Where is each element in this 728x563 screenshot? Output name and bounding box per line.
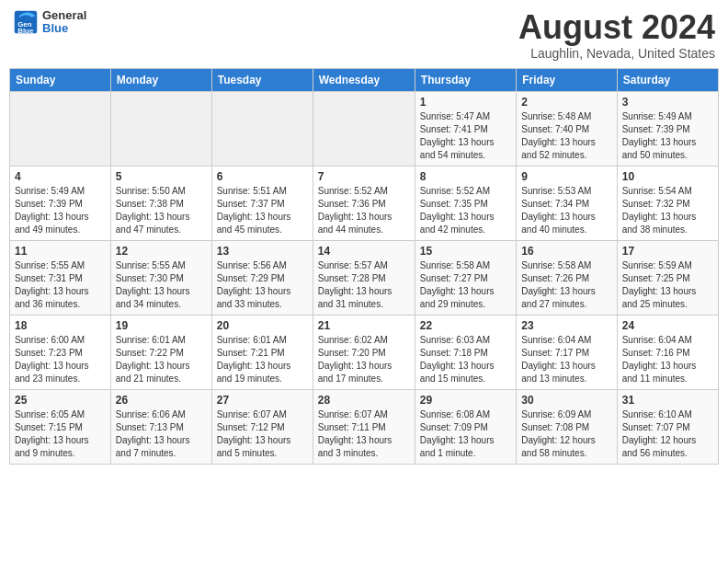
- calendar-cell: 10Sunrise: 5:54 AMSunset: 7:32 PMDayligh…: [617, 166, 718, 240]
- day-info: Sunrise: 5:53 AMSunset: 7:34 PMDaylight:…: [521, 185, 611, 236]
- location: Laughlin, Nevada, United States: [518, 46, 715, 61]
- day-number: 22: [420, 319, 511, 332]
- logo-text: General Blue: [42, 9, 86, 36]
- page-header: Gen Blue General Blue August 2024 Laughl…: [9, 9, 719, 61]
- day-number: 10: [622, 170, 713, 183]
- calendar-cell: 3Sunrise: 5:49 AMSunset: 7:39 PMDaylight…: [617, 91, 718, 166]
- day-number: 23: [521, 319, 611, 332]
- calendar-cell: 17Sunrise: 5:59 AMSunset: 7:25 PMDayligh…: [617, 240, 718, 315]
- day-number: 4: [15, 170, 106, 183]
- calendar-cell: 4Sunrise: 5:49 AMSunset: 7:39 PMDaylight…: [10, 166, 111, 240]
- header-cell-thursday: Thursday: [415, 68, 516, 91]
- day-info: Sunrise: 5:52 AMSunset: 7:36 PMDaylight:…: [318, 185, 410, 236]
- calendar-cell: 16Sunrise: 5:58 AMSunset: 7:26 PMDayligh…: [517, 240, 617, 315]
- calendar-cell: 1Sunrise: 5:47 AMSunset: 7:41 PMDaylight…: [415, 91, 516, 166]
- calendar-cell: 31Sunrise: 6:10 AMSunset: 7:07 PMDayligh…: [617, 389, 718, 464]
- day-number: 1: [420, 96, 511, 109]
- day-number: 25: [15, 394, 106, 407]
- header-row: SundayMondayTuesdayWednesdayThursdayFrid…: [10, 68, 719, 91]
- calendar-cell: 26Sunrise: 6:06 AMSunset: 7:13 PMDayligh…: [110, 389, 211, 464]
- day-info: Sunrise: 6:02 AMSunset: 7:20 PMDaylight:…: [318, 334, 410, 385]
- day-number: 3: [622, 96, 713, 109]
- day-info: Sunrise: 5:55 AMSunset: 7:30 PMDaylight:…: [116, 259, 207, 311]
- calendar-cell: 24Sunrise: 6:04 AMSunset: 7:16 PMDayligh…: [617, 315, 718, 389]
- day-number: 7: [318, 170, 410, 183]
- calendar-table: SundayMondayTuesdayWednesdayThursdayFrid…: [9, 68, 719, 465]
- day-info: Sunrise: 5:49 AMSunset: 7:39 PMDaylight:…: [15, 185, 106, 236]
- day-info: Sunrise: 5:51 AMSunset: 7:37 PMDaylight:…: [217, 185, 308, 236]
- calendar-cell: 12Sunrise: 5:55 AMSunset: 7:30 PMDayligh…: [110, 240, 211, 315]
- calendar-cell: 11Sunrise: 5:55 AMSunset: 7:31 PMDayligh…: [10, 240, 111, 315]
- day-info: Sunrise: 6:04 AMSunset: 7:16 PMDaylight:…: [622, 334, 713, 385]
- calendar-header: SundayMondayTuesdayWednesdayThursdayFrid…: [10, 68, 719, 91]
- calendar-week-3: 18Sunrise: 6:00 AMSunset: 7:23 PMDayligh…: [10, 315, 719, 389]
- day-number: 26: [116, 394, 207, 407]
- day-number: 13: [217, 245, 308, 258]
- day-info: Sunrise: 5:49 AMSunset: 7:39 PMDaylight:…: [622, 110, 713, 162]
- day-info: Sunrise: 6:08 AMSunset: 7:09 PMDaylight:…: [420, 408, 511, 460]
- day-number: 24: [622, 319, 713, 332]
- day-number: 30: [521, 394, 611, 407]
- header-cell-tuesday: Tuesday: [211, 68, 313, 91]
- day-info: Sunrise: 5:52 AMSunset: 7:35 PMDaylight:…: [420, 185, 511, 236]
- day-number: 12: [116, 245, 207, 258]
- day-info: Sunrise: 5:47 AMSunset: 7:41 PMDaylight:…: [420, 110, 511, 162]
- calendar-cell: 25Sunrise: 6:05 AMSunset: 7:15 PMDayligh…: [10, 389, 111, 464]
- day-number: 31: [622, 394, 713, 407]
- month-title: August 2024: [518, 9, 715, 46]
- day-info: Sunrise: 5:58 AMSunset: 7:27 PMDaylight:…: [420, 259, 511, 311]
- day-number: 5: [116, 170, 207, 183]
- header-cell-monday: Monday: [110, 68, 211, 91]
- day-number: 6: [217, 170, 308, 183]
- day-info: Sunrise: 5:54 AMSunset: 7:32 PMDaylight:…: [622, 185, 713, 236]
- calendar-cell: 14Sunrise: 5:57 AMSunset: 7:28 PMDayligh…: [313, 240, 415, 315]
- day-info: Sunrise: 6:01 AMSunset: 7:21 PMDaylight:…: [217, 334, 308, 385]
- calendar-cell: 21Sunrise: 6:02 AMSunset: 7:20 PMDayligh…: [313, 315, 415, 389]
- day-info: Sunrise: 6:09 AMSunset: 7:08 PMDaylight:…: [521, 408, 611, 460]
- header-cell-sunday: Sunday: [10, 68, 111, 91]
- logo-icon: Gen Blue: [13, 9, 39, 35]
- day-info: Sunrise: 5:50 AMSunset: 7:38 PMDaylight:…: [116, 185, 207, 236]
- day-info: Sunrise: 6:05 AMSunset: 7:15 PMDaylight:…: [15, 408, 106, 460]
- calendar-cell: 9Sunrise: 5:53 AMSunset: 7:34 PMDaylight…: [517, 166, 617, 240]
- calendar-cell: 6Sunrise: 5:51 AMSunset: 7:37 PMDaylight…: [211, 166, 313, 240]
- day-info: Sunrise: 5:56 AMSunset: 7:29 PMDaylight:…: [217, 259, 308, 311]
- title-block: August 2024 Laughlin, Nevada, United Sta…: [518, 9, 715, 61]
- svg-text:Blue: Blue: [17, 28, 34, 36]
- day-info: Sunrise: 6:10 AMSunset: 7:07 PMDaylight:…: [622, 408, 713, 460]
- day-info: Sunrise: 5:57 AMSunset: 7:28 PMDaylight:…: [318, 259, 410, 311]
- calendar-cell: 22Sunrise: 6:03 AMSunset: 7:18 PMDayligh…: [415, 315, 516, 389]
- calendar-cell: [110, 91, 211, 166]
- day-number: 21: [318, 319, 410, 332]
- day-number: 17: [622, 245, 713, 258]
- day-info: Sunrise: 6:00 AMSunset: 7:23 PMDaylight:…: [15, 334, 106, 385]
- day-number: 20: [217, 319, 308, 332]
- calendar-cell: 7Sunrise: 5:52 AMSunset: 7:36 PMDaylight…: [313, 166, 415, 240]
- day-number: 19: [116, 319, 207, 332]
- day-info: Sunrise: 5:59 AMSunset: 7:25 PMDaylight:…: [622, 259, 713, 311]
- day-number: 8: [420, 170, 511, 183]
- day-number: 27: [217, 394, 308, 407]
- logo: Gen Blue General Blue: [13, 9, 86, 36]
- calendar-cell: 28Sunrise: 6:07 AMSunset: 7:11 PMDayligh…: [313, 389, 415, 464]
- day-number: 15: [420, 245, 511, 258]
- calendar-cell: 5Sunrise: 5:50 AMSunset: 7:38 PMDaylight…: [110, 166, 211, 240]
- calendar-cell: [10, 91, 111, 166]
- calendar-cell: 20Sunrise: 6:01 AMSunset: 7:21 PMDayligh…: [211, 315, 313, 389]
- calendar-body: 1Sunrise: 5:47 AMSunset: 7:41 PMDaylight…: [10, 91, 719, 464]
- day-number: 28: [318, 394, 410, 407]
- day-info: Sunrise: 5:48 AMSunset: 7:40 PMDaylight:…: [521, 110, 611, 162]
- day-info: Sunrise: 5:55 AMSunset: 7:31 PMDaylight:…: [15, 259, 106, 311]
- logo-general-text: General: [42, 9, 86, 22]
- header-cell-friday: Friday: [517, 68, 617, 91]
- day-number: 11: [15, 245, 106, 258]
- day-info: Sunrise: 6:06 AMSunset: 7:13 PMDaylight:…: [116, 408, 207, 460]
- calendar-week-1: 4Sunrise: 5:49 AMSunset: 7:39 PMDaylight…: [10, 166, 719, 240]
- calendar-cell: [211, 91, 313, 166]
- day-info: Sunrise: 6:01 AMSunset: 7:22 PMDaylight:…: [116, 334, 207, 385]
- logo-blue-text: Blue: [42, 22, 86, 35]
- calendar-cell: 2Sunrise: 5:48 AMSunset: 7:40 PMDaylight…: [517, 91, 617, 166]
- header-cell-wednesday: Wednesday: [313, 68, 415, 91]
- day-number: 18: [15, 319, 106, 332]
- calendar-week-0: 1Sunrise: 5:47 AMSunset: 7:41 PMDaylight…: [10, 91, 719, 166]
